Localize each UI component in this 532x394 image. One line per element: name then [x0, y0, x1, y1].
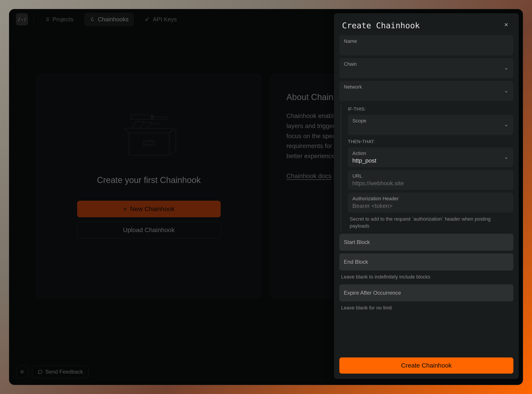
panel-body: Name Chain Network IF-THIS: Scope	[334, 35, 519, 352]
create-chainhook-button[interactable]: Create Chainhook	[339, 358, 513, 373]
field-label: Authorization Header	[352, 196, 509, 202]
close-panel-button[interactable]	[502, 20, 511, 31]
chevron-down-icon	[504, 156, 508, 161]
auth-helper-text: Secret to add to the request `authorizat…	[348, 216, 513, 230]
app-window: /-/ Projects Chainhooks API Keys	[9, 9, 523, 385]
button-label: Create Chainhook	[401, 362, 452, 369]
field-label: URL	[352, 173, 509, 179]
field-label: Action	[352, 150, 509, 156]
field-placeholder: Bearer <token>	[352, 202, 509, 209]
auth-header-field[interactable]: Authorization Header Bearer <token>	[348, 193, 513, 213]
panel-header: Create Chainhook	[334, 13, 519, 35]
panel-title: Create Chainhook	[342, 21, 420, 30]
then-that-label: THEN-THAT:	[348, 139, 513, 144]
end-block-helper: Leave blank to indefinitely include bloc…	[339, 274, 513, 280]
expire-field[interactable]: Expire After Occurrence	[339, 284, 513, 301]
if-this-label: IF-THIS:	[348, 107, 513, 112]
field-value: http_post	[352, 157, 509, 164]
chevron-down-icon	[504, 67, 508, 72]
field-label: Chain	[344, 61, 509, 67]
expire-helper: Leave blank for no limit	[339, 305, 513, 311]
name-field[interactable]: Name	[339, 35, 513, 55]
url-field[interactable]: URL https://webhook.site	[348, 170, 513, 190]
field-label: End Block	[344, 259, 509, 265]
scope-select[interactable]: Scope	[348, 115, 513, 135]
field-label: Name	[344, 38, 509, 44]
field-placeholder: https://webhook.site	[352, 180, 509, 187]
panel-footer: Create Chainhook	[334, 352, 519, 379]
action-select[interactable]: Action http_post	[348, 147, 513, 167]
field-label: Network	[344, 84, 509, 90]
network-select[interactable]: Network	[339, 81, 513, 101]
close-icon	[504, 22, 509, 27]
create-chainhook-panel: Create Chainhook Name Chain Network	[334, 13, 519, 379]
chevron-down-icon	[504, 89, 508, 95]
field-label: Scope	[352, 118, 509, 124]
start-block-field[interactable]: Start Block	[339, 234, 513, 251]
conditions-section: IF-THIS: Scope THEN-THAT: Action http_po…	[341, 105, 513, 231]
field-label: Start Block	[344, 239, 509, 245]
end-block-field[interactable]: End Block	[339, 253, 513, 270]
field-label: Expire After Occurrence	[344, 290, 509, 296]
chevron-down-icon	[504, 123, 508, 129]
chain-select[interactable]: Chain	[339, 58, 513, 78]
